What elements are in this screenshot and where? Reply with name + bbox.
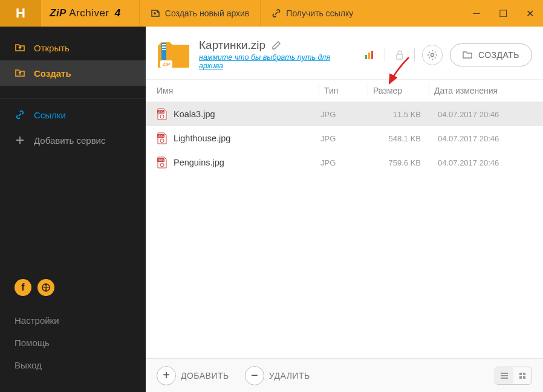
col-date-header[interactable]: Дата изменения [429, 86, 532, 95]
col-size-header[interactable]: Размер [368, 86, 429, 95]
svg-rect-4 [162, 49, 166, 50]
file-name: Koala3.jpg [174, 109, 215, 119]
file-list: JPGKoala3.jpgJPG11.5 KB04.07.2017 20:46J… [146, 102, 543, 358]
file-date: 04.07.2017 20:46 [429, 158, 532, 167]
stats-icon[interactable] [363, 48, 377, 62]
file-size: 548.1 KB [369, 134, 429, 143]
app-logo: H [0, 0, 41, 27]
create-icon [15, 68, 25, 79]
archive-folder-icon: ZIP [157, 41, 190, 69]
svg-rect-3 [162, 47, 166, 48]
link-icon [272, 8, 281, 18]
sidebar-exit[interactable]: Выход [15, 354, 131, 376]
svg-text:JPG: JPG [158, 134, 164, 138]
svg-rect-24 [523, 376, 525, 379]
sidebar-item-create[interactable]: Создать [0, 60, 146, 86]
file-name: Penguins.jpg [174, 158, 224, 167]
file-row[interactable]: JPGLighthouse.jpgJPG548.1 KB04.07.2017 2… [146, 126, 543, 150]
svg-rect-23 [519, 376, 522, 379]
view-grid-button[interactable] [513, 367, 532, 384]
sidebar-item-add-service[interactable]: Добавить сервис [0, 127, 146, 153]
sidebar-links-label: Ссылки [34, 110, 66, 120]
svg-rect-22 [523, 373, 525, 375]
app-brand: ZiP Archiver 4 [50, 7, 121, 19]
brand-archiver: Archiver [69, 7, 109, 19]
sidebar-item-open[interactable]: Открыть [0, 35, 146, 60]
maximize-button[interactable]: ☐ [490, 0, 516, 27]
file-type: JPG [320, 110, 369, 119]
file-row[interactable]: JPGPenguins.jpgJPG759.6 KB04.07.2017 20:… [146, 150, 543, 175]
sidebar-help[interactable]: Помощь [15, 332, 131, 354]
sidebar-item-links[interactable]: Ссылки [0, 102, 146, 127]
archive-name: Картинки.zip [199, 39, 265, 52]
add-button[interactable]: + [157, 366, 176, 385]
brand-version: 4 [115, 7, 121, 19]
facebook-icon[interactable]: f [15, 279, 31, 296]
svg-rect-7 [365, 55, 367, 59]
svg-rect-2 [162, 44, 166, 45]
archive-path-link[interactable]: нажмите что бы выбрать путь для архива [199, 53, 354, 70]
svg-text:ZIP: ZIP [163, 62, 171, 67]
file-date: 04.07.2017 20:46 [429, 110, 532, 119]
file-row[interactable]: JPGKoala3.jpgJPG11.5 KB04.07.2017 20:46 [146, 102, 543, 126]
create-archive-label: Создать новый архив [165, 8, 250, 18]
svg-text:JPG: JPG [158, 158, 164, 162]
plus-icon [15, 135, 25, 146]
links-icon [15, 109, 25, 120]
main-panel: ZIP Картинки.zip нажмите что бы выбрать … [146, 27, 543, 392]
jpg-file-icon: JPG [157, 108, 167, 120]
sidebar-settings[interactable]: Настройки [15, 309, 131, 332]
file-type: JPG [320, 134, 369, 143]
file-size: 11.5 KB [369, 110, 429, 119]
svg-text:JPG: JPG [158, 110, 164, 114]
open-icon [15, 42, 25, 53]
settings-button[interactable] [422, 45, 443, 65]
footer-toolbar: + ДОБАВИТЬ − УДАЛИТЬ [146, 358, 543, 392]
gear-icon [427, 50, 438, 60]
separator [385, 48, 385, 62]
file-name: Lighthouse.jpg [174, 133, 230, 143]
new-archive-icon [151, 8, 160, 18]
globe-icon[interactable] [37, 279, 54, 296]
col-type-header[interactable]: Тип [319, 86, 368, 95]
svg-rect-10 [397, 54, 403, 59]
archive-header: ZIP Картинки.zip нажмите что бы выбрать … [146, 27, 543, 80]
jpg-file-icon: JPG [157, 132, 167, 144]
sidebar-open-label: Открыть [34, 43, 70, 53]
add-label: ДОБАВИТЬ [181, 371, 229, 381]
sidebar-create-label: Создать [34, 68, 71, 79]
file-size: 759.6 KB [369, 158, 429, 167]
create-archive-action[interactable]: Создать новый архив [139, 0, 261, 27]
minimize-button[interactable]: ─ [463, 0, 490, 27]
get-link-label: Получить ссылку [286, 8, 353, 18]
svg-rect-1 [161, 43, 166, 60]
brand-zip: ZiP [50, 7, 67, 19]
sidebar: Открыть Создать Ссылки Добавить сервис f [0, 27, 146, 392]
edit-icon[interactable] [272, 40, 281, 50]
sidebar-add-service-label: Добавить сервис [34, 135, 106, 146]
svg-rect-9 [371, 51, 373, 59]
sidebar-separator [0, 98, 146, 98]
svg-rect-8 [368, 53, 370, 59]
separator [414, 48, 415, 62]
col-name-header[interactable]: Имя [157, 86, 319, 95]
svg-point-11 [431, 53, 434, 56]
delete-label: УДАЛИТЬ [269, 371, 310, 381]
delete-button[interactable]: − [245, 366, 264, 385]
file-type: JPG [320, 158, 369, 167]
list-icon [500, 372, 509, 379]
jpg-file-icon: JPG [157, 156, 167, 169]
svg-rect-21 [519, 373, 522, 375]
create-button[interactable]: СОЗДАТЬ [450, 43, 532, 66]
close-button[interactable]: ✕ [516, 0, 543, 27]
file-date: 04.07.2017 20:46 [429, 134, 532, 143]
view-list-button[interactable] [495, 367, 513, 384]
create-button-label: СОЗДАТЬ [478, 50, 519, 60]
lock-icon[interactable] [392, 48, 407, 62]
titlebar: H ZiP Archiver 4 Создать новый архив Пол… [0, 0, 543, 27]
column-headers: Имя Тип Размер Дата изменения [146, 80, 543, 102]
folder-icon [463, 51, 472, 59]
grid-icon [519, 372, 526, 379]
get-link-action[interactable]: Получить ссылку [260, 0, 364, 27]
